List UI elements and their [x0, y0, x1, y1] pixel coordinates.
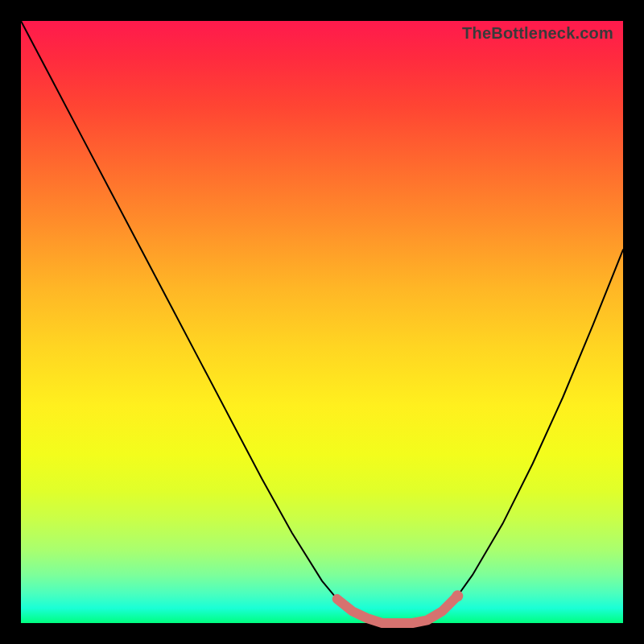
- chart-frame: TheBottleneck.com: [0, 0, 644, 644]
- gradient-plot-area: TheBottleneck.com: [21, 21, 623, 623]
- highlight-end-dot: [452, 590, 463, 601]
- curve-svg: [21, 21, 623, 623]
- bottleneck-curve: [21, 21, 623, 623]
- highlight-segment: [337, 596, 458, 623]
